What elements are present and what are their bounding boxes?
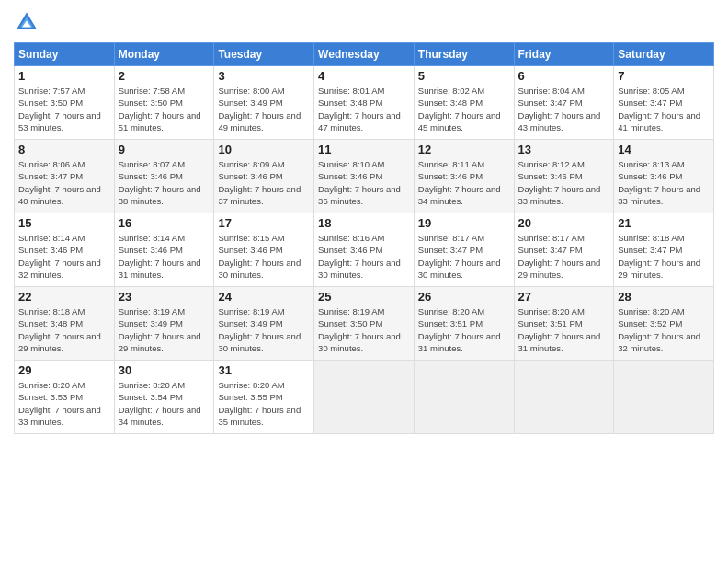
day-info: Sunrise: 8:04 AMSunset: 3:47 PMDaylight:… <box>518 86 601 132</box>
day-number: 14 <box>618 143 710 156</box>
day-info: Sunrise: 8:17 AMSunset: 3:47 PMDaylight:… <box>418 233 501 280</box>
calendar-cell: 19Sunrise: 8:17 AMSunset: 3:47 PMDayligh… <box>414 213 514 287</box>
day-number: 3 <box>218 69 310 83</box>
day-info: Sunrise: 8:00 AMSunset: 3:49 PMDaylight:… <box>218 86 301 132</box>
day-info: Sunrise: 8:20 AMSunset: 3:53 PMDaylight:… <box>18 380 101 427</box>
day-info: Sunrise: 8:07 AMSunset: 3:46 PMDaylight:… <box>119 159 201 206</box>
header-day-saturday: Saturday <box>614 43 714 66</box>
calendar-cell: 23Sunrise: 8:19 AMSunset: 3:49 PMDayligh… <box>114 287 214 361</box>
calendar-cell <box>414 361 514 434</box>
day-number: 17 <box>218 216 310 230</box>
day-number: 10 <box>218 143 310 156</box>
day-number: 31 <box>218 363 310 377</box>
day-number: 23 <box>119 290 210 304</box>
day-number: 19 <box>418 216 510 230</box>
day-number: 4 <box>318 69 410 83</box>
calendar-cell: 22Sunrise: 8:18 AMSunset: 3:48 PMDayligh… <box>15 287 115 361</box>
header-day-wednesday: Wednesday <box>314 43 415 66</box>
day-number: 26 <box>418 290 510 304</box>
day-number: 9 <box>119 143 210 156</box>
day-info: Sunrise: 8:18 AMSunset: 3:47 PMDaylight:… <box>618 233 700 280</box>
calendar-cell <box>614 361 714 434</box>
calendar-cell: 31Sunrise: 8:20 AMSunset: 3:55 PMDayligh… <box>214 361 314 434</box>
calendar-cell: 13Sunrise: 8:12 AMSunset: 3:46 PMDayligh… <box>514 140 614 213</box>
calendar-cell: 28Sunrise: 8:20 AMSunset: 3:52 PMDayligh… <box>614 287 714 361</box>
calendar-cell: 30Sunrise: 8:20 AMSunset: 3:54 PMDayligh… <box>114 361 214 434</box>
day-info: Sunrise: 8:20 AMSunset: 3:55 PMDaylight:… <box>218 380 301 427</box>
calendar-table: SundayMondayTuesdayWednesdayThursdayFrid… <box>14 42 714 434</box>
logo <box>14 9 43 35</box>
calendar-cell: 27Sunrise: 8:20 AMSunset: 3:51 PMDayligh… <box>514 287 614 361</box>
calendar-cell: 12Sunrise: 8:11 AMSunset: 3:46 PMDayligh… <box>414 140 514 213</box>
day-info: Sunrise: 8:01 AMSunset: 3:48 PMDaylight:… <box>318 86 401 132</box>
day-info: Sunrise: 8:11 AMSunset: 3:46 PMDaylight:… <box>418 159 501 206</box>
week-row-4: 22Sunrise: 8:18 AMSunset: 3:48 PMDayligh… <box>15 287 714 361</box>
calendar-cell: 9Sunrise: 8:07 AMSunset: 3:46 PMDaylight… <box>114 140 214 213</box>
day-number: 1 <box>18 69 110 83</box>
header-day-monday: Monday <box>114 43 214 66</box>
calendar-cell: 24Sunrise: 8:19 AMSunset: 3:49 PMDayligh… <box>214 287 314 361</box>
calendar-cell: 18Sunrise: 8:16 AMSunset: 3:46 PMDayligh… <box>314 213 415 287</box>
calendar-cell: 5Sunrise: 8:02 AMSunset: 3:48 PMDaylight… <box>414 66 514 140</box>
header-day-friday: Friday <box>514 43 614 66</box>
calendar-cell: 15Sunrise: 8:14 AMSunset: 3:46 PMDayligh… <box>15 213 115 287</box>
day-info: Sunrise: 8:19 AMSunset: 3:49 PMDaylight:… <box>119 306 201 353</box>
header <box>14 9 714 35</box>
day-number: 6 <box>518 69 610 83</box>
day-info: Sunrise: 8:12 AMSunset: 3:46 PMDaylight:… <box>518 159 601 206</box>
week-row-5: 29Sunrise: 8:20 AMSunset: 3:53 PMDayligh… <box>15 361 714 434</box>
calendar-cell: 14Sunrise: 8:13 AMSunset: 3:46 PMDayligh… <box>614 140 714 213</box>
calendar-cell: 20Sunrise: 8:17 AMSunset: 3:47 PMDayligh… <box>514 213 614 287</box>
calendar-cell: 4Sunrise: 8:01 AMSunset: 3:48 PMDaylight… <box>314 66 415 140</box>
day-number: 7 <box>618 69 710 83</box>
calendar-cell: 11Sunrise: 8:10 AMSunset: 3:46 PMDayligh… <box>314 140 415 213</box>
day-number: 25 <box>318 290 410 304</box>
header-day-tuesday: Tuesday <box>214 43 314 66</box>
day-number: 27 <box>518 290 610 304</box>
day-number: 8 <box>18 143 110 156</box>
day-info: Sunrise: 8:06 AMSunset: 3:47 PMDaylight:… <box>18 159 101 206</box>
day-info: Sunrise: 8:20 AMSunset: 3:51 PMDaylight:… <box>418 306 501 353</box>
calendar-cell: 16Sunrise: 8:14 AMSunset: 3:46 PMDayligh… <box>114 213 214 287</box>
week-row-3: 15Sunrise: 8:14 AMSunset: 3:46 PMDayligh… <box>15 213 714 287</box>
day-number: 29 <box>18 363 110 377</box>
day-info: Sunrise: 8:14 AMSunset: 3:46 PMDaylight:… <box>18 233 101 280</box>
week-row-1: 1Sunrise: 7:57 AMSunset: 3:50 PMDaylight… <box>15 66 714 140</box>
day-info: Sunrise: 8:18 AMSunset: 3:48 PMDaylight:… <box>18 306 101 353</box>
header-row: SundayMondayTuesdayWednesdayThursdayFrid… <box>15 43 714 66</box>
day-info: Sunrise: 8:20 AMSunset: 3:54 PMDaylight:… <box>119 380 201 427</box>
day-info: Sunrise: 8:20 AMSunset: 3:51 PMDaylight:… <box>518 306 601 353</box>
day-info: Sunrise: 8:19 AMSunset: 3:50 PMDaylight:… <box>318 306 401 353</box>
calendar-container: SundayMondayTuesdayWednesdayThursdayFrid… <box>0 0 728 563</box>
day-number: 13 <box>518 143 610 156</box>
day-info: Sunrise: 8:02 AMSunset: 3:48 PMDaylight:… <box>418 86 501 132</box>
logo-icon <box>14 9 40 35</box>
day-number: 16 <box>119 216 210 230</box>
day-info: Sunrise: 8:20 AMSunset: 3:52 PMDaylight:… <box>618 306 700 353</box>
day-number: 21 <box>618 216 710 230</box>
calendar-cell <box>514 361 614 434</box>
day-info: Sunrise: 8:17 AMSunset: 3:47 PMDaylight:… <box>518 233 601 280</box>
day-info: Sunrise: 8:19 AMSunset: 3:49 PMDaylight:… <box>218 306 301 353</box>
day-info: Sunrise: 8:09 AMSunset: 3:46 PMDaylight:… <box>218 159 301 206</box>
day-info: Sunrise: 8:16 AMSunset: 3:46 PMDaylight:… <box>318 233 401 280</box>
day-number: 12 <box>418 143 510 156</box>
day-info: Sunrise: 8:14 AMSunset: 3:46 PMDaylight:… <box>119 233 201 280</box>
day-info: Sunrise: 8:13 AMSunset: 3:46 PMDaylight:… <box>618 159 700 206</box>
calendar-cell: 8Sunrise: 8:06 AMSunset: 3:47 PMDaylight… <box>15 140 115 213</box>
calendar-cell: 2Sunrise: 7:58 AMSunset: 3:50 PMDaylight… <box>114 66 214 140</box>
day-info: Sunrise: 8:15 AMSunset: 3:46 PMDaylight:… <box>218 233 301 280</box>
day-number: 15 <box>18 216 110 230</box>
week-row-2: 8Sunrise: 8:06 AMSunset: 3:47 PMDaylight… <box>15 140 714 213</box>
calendar-cell: 17Sunrise: 8:15 AMSunset: 3:46 PMDayligh… <box>214 213 314 287</box>
day-number: 24 <box>218 290 310 304</box>
header-day-sunday: Sunday <box>15 43 115 66</box>
calendar-cell: 10Sunrise: 8:09 AMSunset: 3:46 PMDayligh… <box>214 140 314 213</box>
day-number: 2 <box>119 69 210 83</box>
day-number: 28 <box>618 290 710 304</box>
calendar-cell: 3Sunrise: 8:00 AMSunset: 3:49 PMDaylight… <box>214 66 314 140</box>
day-number: 11 <box>318 143 410 156</box>
day-info: Sunrise: 7:57 AMSunset: 3:50 PMDaylight:… <box>18 86 101 132</box>
day-info: Sunrise: 8:05 AMSunset: 3:47 PMDaylight:… <box>618 86 700 132</box>
day-number: 20 <box>518 216 610 230</box>
